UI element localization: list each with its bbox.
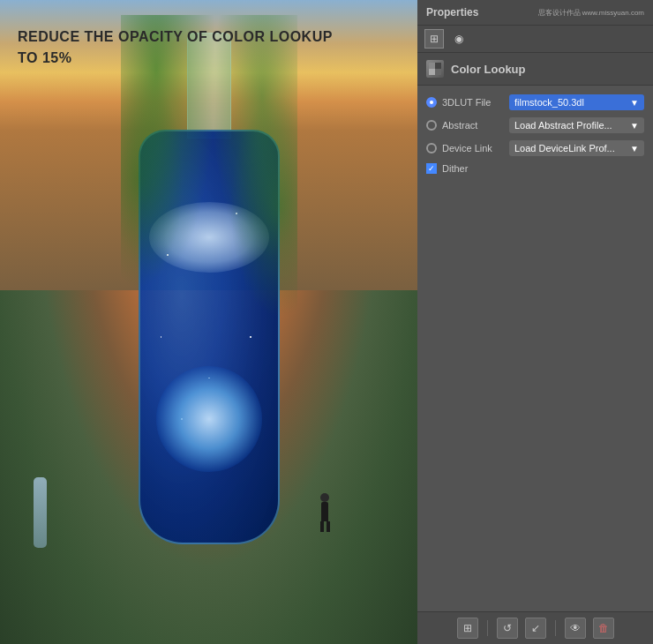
dither-label: Dither	[442, 163, 468, 174]
waterfall	[34, 477, 47, 548]
dither-row: Dither	[426, 163, 644, 174]
overlay-line2: TO 15%	[18, 48, 333, 69]
person-leg-left	[320, 521, 324, 532]
delete-button[interactable]: 🗑	[593, 618, 614, 639]
device-link-label: Device Link	[442, 143, 504, 154]
lut-dropdown-arrow: ▼	[630, 98, 639, 108]
svg-rect-0	[429, 63, 435, 69]
bottle-shape	[139, 33, 280, 544]
color-lookup-label: Color Lookup	[451, 63, 526, 76]
svg-rect-2	[435, 63, 441, 69]
toolbar-divider-2	[555, 620, 556, 636]
properties-content: 3DLUT File filmstock_50.3dl ▼ Abstract L…	[417, 86, 653, 357]
lut-file-row: 3DLUT File filmstock_50.3dl ▼	[426, 94, 644, 110]
add-layer-button[interactable]: ⊞	[457, 618, 478, 639]
bottle-container	[121, 33, 297, 562]
lut-file-value: filmstock_50.3dl	[514, 97, 584, 108]
bottom-toolbar: ⊞ ↺ ↙ 👁 🗑	[417, 611, 653, 644]
photo-area: REDUCE THE OPACITY OF COLOR LOOKUP TO 15…	[0, 0, 417, 644]
visibility-button[interactable]: 👁	[565, 618, 586, 639]
person-leg-right	[326, 521, 330, 532]
photo-background	[0, 0, 417, 644]
lut-file-dropdown[interactable]: filmstock_50.3dl ▼	[509, 94, 644, 110]
person-silhouette	[316, 493, 334, 528]
text-overlay: REDUCE THE OPACITY OF COLOR LOOKUP TO 15…	[18, 26, 333, 69]
watermark-text: 思客设计作品 www.missyuan.com	[538, 5, 644, 19]
overlay-line1: REDUCE THE OPACITY OF COLOR LOOKUP	[18, 26, 333, 48]
properties-spacer	[417, 357, 653, 611]
reset-button[interactable]: ↙	[525, 618, 546, 639]
abstract-label: Abstract	[442, 120, 504, 131]
svg-rect-1	[435, 69, 441, 75]
lut-file-radio[interactable]	[426, 97, 437, 108]
panel-header-icons: 思客设计作品 www.missyuan.com	[538, 5, 644, 19]
person-head	[320, 493, 329, 502]
color-lookup-title-row: Color Lookup	[417, 53, 653, 86]
abstract-dropdown-arrow: ▼	[630, 121, 639, 131]
abstract-dropdown[interactable]: Load Abstract Profile... ▼	[509, 117, 644, 133]
person-body	[321, 502, 328, 521]
ivy-overlay	[121, 15, 297, 562]
panel-header: Properties 思客设计作品 www.missyuan.com	[417, 0, 653, 26]
toolbar-divider-1	[487, 620, 488, 636]
svg-rect-3	[429, 69, 435, 75]
abstract-radio[interactable]	[426, 120, 437, 131]
circle-icon-button[interactable]: ◉	[449, 29, 469, 49]
device-link-dropdown[interactable]: Load DeviceLink Prof... ▼	[509, 140, 644, 156]
abstract-value: Load Abstract Profile...	[514, 120, 612, 131]
icon-row: ⊞ ◉	[417, 26, 653, 53]
color-lookup-icon	[426, 60, 444, 78]
device-link-radio[interactable]	[426, 143, 437, 154]
panel-title: Properties	[426, 6, 478, 19]
refresh-button[interactable]: ↺	[497, 618, 518, 639]
device-link-dropdown-arrow: ▼	[630, 144, 639, 154]
properties-panel: Properties 思客设计作品 www.missyuan.com ⊞ ◉ C…	[417, 0, 653, 644]
person-legs	[316, 521, 334, 532]
device-link-row: Device Link Load DeviceLink Prof... ▼	[426, 140, 644, 156]
lut-file-label: 3DLUT File	[442, 97, 504, 108]
main-container: REDUCE THE OPACITY OF COLOR LOOKUP TO 15…	[0, 0, 653, 644]
dither-checkbox[interactable]	[426, 163, 437, 174]
grid-icon-button[interactable]: ⊞	[424, 29, 444, 49]
abstract-row: Abstract Load Abstract Profile... ▼	[426, 117, 644, 133]
device-link-value: Load DeviceLink Prof...	[514, 143, 615, 154]
